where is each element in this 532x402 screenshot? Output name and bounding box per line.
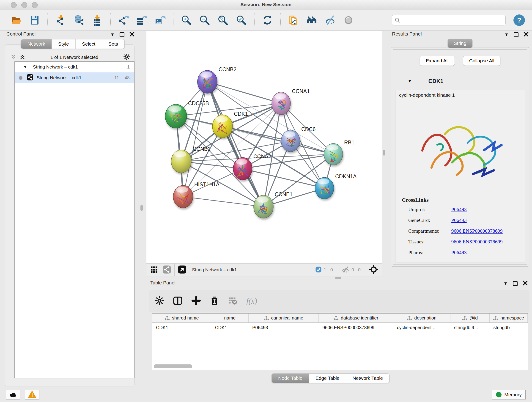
column-header-namespace[interactable]: namespace	[490, 313, 528, 322]
network-edge[interactable]	[222, 126, 333, 154]
table-row[interactable]: CDK1CDK1P064939606.ENSP00000378699cyclin…	[152, 323, 528, 332]
tab-network-table[interactable]: Network Table	[346, 374, 389, 383]
network-graph[interactable]: CCNB2CCNA1CDC25BCDK1CDC6RB1CCNB1CCNA2CDK…	[146, 31, 382, 264]
cloud-status-button[interactable]	[6, 390, 20, 400]
center-view-crosshair-icon[interactable]	[369, 265, 378, 275]
import-network-from-database-button[interactable]	[73, 14, 85, 26]
results-panel-collapse-icon[interactable]: ▼	[504, 32, 509, 37]
network-node-ccne1[interactable]: CCNE1	[254, 191, 293, 218]
table-panel-collapse-icon[interactable]: ▼	[503, 281, 508, 286]
column-header-name[interactable]: name	[211, 313, 249, 322]
table-settings-gear-icon[interactable]	[155, 296, 164, 306]
expand-all-button[interactable]: Expand All	[420, 56, 455, 66]
show-all-items-button[interactable]	[342, 14, 355, 26]
delete-column-trash-icon[interactable]	[210, 296, 219, 306]
collapse-all-networks-icon[interactable]	[10, 54, 16, 61]
open-session-button[interactable]	[10, 14, 22, 26]
export-table-button[interactable]	[136, 14, 148, 26]
network-node-ccna1[interactable]: CCNA1	[272, 88, 310, 115]
collapse-all-button[interactable]: Collapse All	[463, 56, 500, 66]
import-table-from-file-button[interactable]	[91, 14, 103, 26]
results-panel-close-icon[interactable]	[524, 32, 529, 38]
table-cell[interactable]: P06493	[249, 323, 319, 332]
network-node-rb1[interactable]: RB1	[324, 140, 355, 165]
table-cell[interactable]: stringdb:9...	[450, 323, 490, 332]
delete-table-icon[interactable]	[228, 296, 238, 306]
tab-string[interactable]: String	[448, 39, 472, 48]
crosslink-link[interactable]: P06493	[451, 217, 467, 223]
birds-eye-view-icon[interactable]	[178, 265, 186, 275]
selected-nodes-checkbox[interactable]	[315, 266, 322, 274]
hidden-items-icon[interactable]	[341, 265, 350, 274]
network-node-cdc6[interactable]: CDC6	[281, 126, 316, 152]
bottom-splitter-handle[interactable]	[335, 277, 341, 279]
network-tree-row[interactable]: ▼ String Network – cdk1 1	[15, 62, 134, 72]
function-builder-icon[interactable]: f(x)	[246, 297, 257, 306]
network-canvas[interactable]: CCNB2CCNA1CDC25BCDK1CDC6RB1CCNB1CCNA2CDK…	[146, 31, 382, 263]
create-column-plus-icon[interactable]	[191, 296, 201, 306]
table-panel-float-icon[interactable]	[513, 281, 518, 286]
warnings-button[interactable]	[25, 390, 39, 400]
crosslink-link[interactable]: 9606.ENSP00000378699	[451, 228, 503, 234]
network-tree-row[interactable]: String Network – cdk1 11 48	[15, 72, 134, 83]
table-cell[interactable]: 9606.ENSP00000378699	[319, 323, 393, 332]
tree-expand-icon[interactable]: ▼	[23, 65, 27, 69]
table-panel-close-icon[interactable]	[523, 281, 528, 287]
network-edge[interactable]	[183, 82, 207, 197]
network-node-cdkn1a[interactable]: CDKN1A	[315, 173, 357, 199]
gene-collapse-icon[interactable]: ▼	[408, 79, 412, 84]
column-header-@id[interactable]: @id	[450, 313, 490, 322]
network-edge[interactable]	[207, 82, 264, 207]
control-panel-float-icon[interactable]	[120, 32, 124, 37]
right-splitter-handle[interactable]	[383, 150, 385, 156]
table-horizontal-scrollbar[interactable]	[154, 364, 192, 368]
tab-style[interactable]: Style	[51, 39, 75, 49]
export-network-button[interactable]	[118, 14, 129, 26]
update-network-button[interactable]	[261, 14, 273, 26]
network-share-view-icon[interactable]	[162, 265, 171, 275]
tab-network[interactable]: Network	[21, 39, 51, 49]
zoom-selected-button[interactable]	[235, 14, 247, 26]
network-options-gear-icon[interactable]	[123, 53, 130, 61]
network-edge[interactable]	[183, 197, 264, 207]
column-header-database-identifier[interactable]: database identifier	[319, 313, 393, 322]
memory-button[interactable]: Memory	[492, 390, 526, 400]
left-splitter-handle[interactable]	[140, 205, 143, 211]
column-header-shared-name[interactable]: shared name	[152, 313, 211, 322]
gene-section-header[interactable]: ▼ CDK1	[393, 74, 527, 88]
grid-view-icon[interactable]	[150, 265, 158, 274]
tab-select[interactable]: Select	[75, 39, 102, 49]
crosslink-link[interactable]: P06493	[451, 249, 467, 255]
import-network-from-file-button[interactable]	[55, 14, 67, 26]
network-node-ccnb1[interactable]: CCNB1	[171, 146, 210, 173]
show-graphics-details-button[interactable]	[306, 14, 318, 26]
control-panel-close-icon[interactable]	[129, 32, 134, 38]
column-header-canonical-name[interactable]: canonical name	[249, 313, 319, 322]
node-table[interactable]: shared namenamecanonical namedatabase id…	[152, 313, 528, 370]
tab-edge-table[interactable]: Edge Table	[309, 374, 346, 383]
zoom-in-button[interactable]	[180, 14, 192, 26]
save-session-button[interactable]	[29, 14, 41, 26]
table-cell[interactable]: stringdb	[490, 323, 528, 332]
network-node-ccnb2[interactable]: CCNB2	[197, 66, 236, 93]
search-input[interactable]	[392, 15, 506, 26]
results-panel-float-icon[interactable]	[514, 32, 519, 37]
table-cell[interactable]: CDK1	[152, 323, 211, 332]
zoom-out-button[interactable]	[199, 14, 210, 26]
export-image-button[interactable]	[154, 14, 166, 26]
tab-sets[interactable]: Sets	[102, 39, 124, 49]
string-protein-query-button[interactable]	[288, 14, 299, 26]
show-columns-icon[interactable]	[173, 296, 183, 306]
crosslink-link[interactable]: 9606.ENSP00000378699	[451, 239, 503, 245]
column-header-description[interactable]: description	[393, 313, 450, 322]
hide-selected-items-button[interactable]	[324, 14, 336, 26]
zoom-fit-content-button[interactable]	[217, 14, 229, 26]
network-node-hist1h1a[interactable]: HIST1H1A	[173, 182, 220, 208]
tab-node-table[interactable]: Node Table	[272, 374, 309, 383]
table-cell[interactable]: cyclin-dependent ...	[393, 323, 450, 332]
control-panel-collapse-icon[interactable]: ▼	[110, 32, 114, 37]
table-cell[interactable]: CDK1	[211, 323, 249, 332]
expand-all-networks-icon[interactable]	[19, 54, 25, 61]
crosslink-link[interactable]: P06493	[451, 206, 467, 212]
network-node-cdk1[interactable]: CDK1	[212, 111, 248, 138]
